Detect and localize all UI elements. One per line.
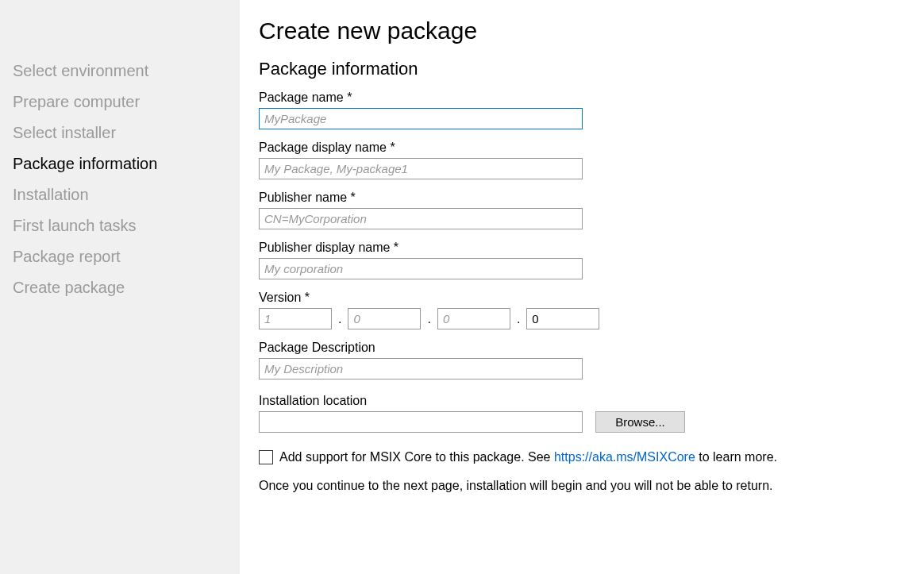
continue-warning: Once you continue to the next page, inst…: [259, 479, 905, 493]
version-revision-input[interactable]: [526, 308, 599, 329]
msix-core-link[interactable]: https://aka.ms/MSIXCore: [554, 450, 695, 464]
version-sep: .: [510, 312, 526, 326]
page-title: Create new package: [259, 17, 905, 44]
version-build-input[interactable]: [437, 308, 510, 329]
section-title: Package information: [259, 59, 905, 79]
package-name-label: Package name *: [259, 91, 905, 105]
sidebar-item-prepare-computer[interactable]: Prepare computer: [13, 87, 240, 117]
publisher-name-label: Publisher name *: [259, 191, 905, 205]
publisher-display-label: Publisher display name *: [259, 241, 905, 255]
sidebar-item-select-environment[interactable]: Select environment: [13, 56, 240, 87]
description-input[interactable]: [259, 358, 583, 379]
sidebar-item-select-installer[interactable]: Select installer: [13, 117, 240, 148]
version-minor-input[interactable]: [348, 308, 421, 329]
main-content: Create new package Package information P…: [240, 0, 924, 574]
install-location-input[interactable]: [259, 411, 583, 433]
package-name-input[interactable]: [259, 108, 583, 129]
browse-button[interactable]: Browse...: [595, 411, 685, 433]
sidebar-item-installation[interactable]: Installation: [13, 179, 240, 210]
msix-core-checkbox[interactable]: [259, 450, 273, 464]
wizard-sidebar: Select environment Prepare computer Sele…: [0, 0, 240, 574]
description-label: Package Description: [259, 341, 905, 355]
sidebar-item-first-launch-tasks[interactable]: First launch tasks: [13, 210, 240, 241]
version-sep: .: [332, 312, 348, 326]
install-location-label: Installation location: [259, 394, 905, 408]
display-name-label: Package display name *: [259, 141, 905, 155]
display-name-input[interactable]: [259, 158, 583, 179]
publisher-display-input[interactable]: [259, 258, 583, 279]
sidebar-item-create-package[interactable]: Create package: [13, 272, 240, 303]
msix-core-text: Add support for MSIX Core to this packag…: [279, 450, 777, 464]
sidebar-item-package-report[interactable]: Package report: [13, 241, 240, 272]
version-label: Version *: [259, 291, 905, 305]
publisher-name-input[interactable]: [259, 208, 583, 229]
version-sep: .: [421, 312, 437, 326]
sidebar-item-package-information[interactable]: Package information: [13, 148, 240, 179]
version-major-input[interactable]: [259, 308, 332, 329]
